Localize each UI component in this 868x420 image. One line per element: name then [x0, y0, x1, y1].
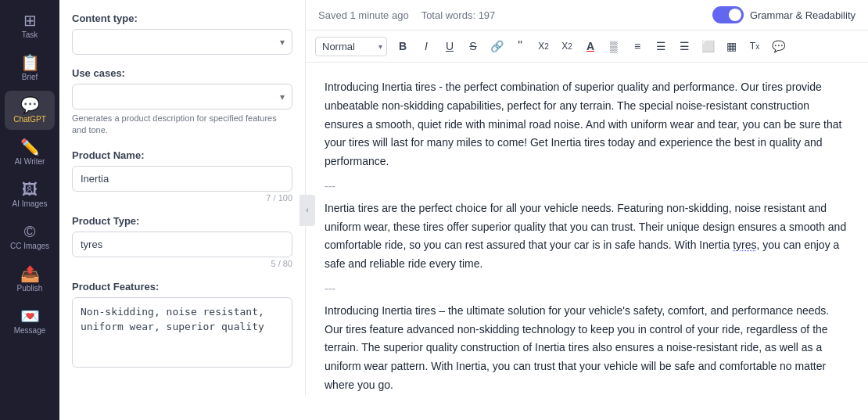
- collapse-handle[interactable]: ‹: [299, 195, 315, 226]
- product-name-label: Product Name:: [72, 149, 292, 161]
- unordered-list-button[interactable]: ☰: [650, 35, 672, 57]
- message-icon: 💌: [20, 308, 40, 324]
- config-wrapper: Content type: Copy Blog Post Social Medi…: [59, 0, 306, 420]
- use-case-helper: Generates a product description for spec…: [72, 113, 292, 137]
- nav-item-brief[interactable]: 📋Brief: [5, 48, 55, 88]
- nav-label-cc-images: CC Images: [10, 242, 49, 250]
- product-type-label: Product Type:: [72, 215, 292, 227]
- grammar-toggle-label: Grammar & Readability: [750, 9, 855, 21]
- strikethrough-button[interactable]: S: [462, 35, 484, 57]
- product-features-label: Product Features:: [72, 281, 292, 293]
- grammar-toggle[interactable]: [712, 6, 744, 23]
- product-name-input[interactable]: [72, 166, 292, 192]
- underline-button[interactable]: U: [439, 35, 461, 57]
- ai-images-icon: 🖼: [22, 181, 38, 197]
- config-panel: Content type: Copy Blog Post Social Medi…: [59, 0, 306, 396]
- nav-label-brief: Brief: [22, 73, 38, 81]
- highlight-button[interactable]: ▒: [603, 35, 625, 57]
- subscript-button[interactable]: X2: [533, 35, 554, 57]
- nav-sidebar: ⊞Task📋Brief💬ChatGPT✏️AI Writer🖼AI Images…: [0, 0, 59, 420]
- ai-writer-icon: ✏️: [20, 139, 40, 155]
- nav-label-ai-images: AI Images: [12, 199, 47, 208]
- nav-label-task: Task: [22, 31, 38, 39]
- nav-item-ai-images[interactable]: 🖼AI Images: [5, 175, 55, 214]
- nav-label-chatgpt: ChatGPT: [13, 115, 46, 124]
- editor-area: Saved 1 minute ago Total words: 197 Gram…: [306, 0, 868, 420]
- clear-format-button[interactable]: Tx: [744, 35, 766, 57]
- use-case-select[interactable]: Product Description Landing Page Ad Copy…: [72, 84, 292, 109]
- superscript-button[interactable]: X2: [556, 35, 578, 57]
- content-type-select[interactable]: Copy Blog Post Social Media Email: [72, 29, 292, 55]
- publish-icon: 📤: [20, 266, 40, 282]
- product-name-counter: 7 / 100: [72, 193, 292, 203]
- paragraph-2: Inertia tires are the perfect choice for…: [325, 199, 849, 274]
- product-name-section: Product Name: 7 / 100: [72, 149, 292, 203]
- use-case-select-wrap: Product Description Landing Page Ad Copy…: [72, 84, 292, 109]
- use-cases-section: Use cases: Product Description Landing P…: [72, 67, 292, 137]
- content-type-section: Content type: Copy Blog Post Social Medi…: [72, 13, 292, 55]
- align-button[interactable]: ☰: [673, 35, 695, 57]
- cc-images-icon: ©️: [24, 224, 36, 239]
- text-color-button[interactable]: A: [579, 35, 601, 57]
- task-icon: ⊞: [23, 13, 37, 28]
- nav-label-ai-writer: AI Writer: [15, 157, 45, 166]
- format-select[interactable]: Normal Heading 1 Heading 2 Heading 3: [315, 37, 387, 56]
- product-type-counter: 5 / 80: [72, 259, 292, 268]
- comment-button[interactable]: 💬: [767, 35, 789, 57]
- brief-icon: 📋: [20, 55, 40, 70]
- nav-item-ai-writer[interactable]: ✏️AI Writer: [5, 133, 55, 172]
- use-cases-label: Use cases:: [72, 67, 292, 79]
- product-features-section: Product Features: Non-skidding, noise re…: [72, 281, 292, 371]
- quote-button[interactable]: ": [509, 35, 531, 57]
- paragraph-1: Introducing Inertia tires - the perfect …: [325, 78, 849, 171]
- nav-item-task[interactable]: ⊞Task: [5, 6, 55, 45]
- product-type-input[interactable]: [72, 232, 292, 257]
- editor-topbar: Saved 1 minute ago Total words: 197 Gram…: [306, 0, 868, 31]
- nav-item-chatgpt[interactable]: 💬ChatGPT: [5, 91, 55, 130]
- image-button[interactable]: ⬜: [697, 35, 719, 57]
- bold-button[interactable]: B: [392, 35, 414, 57]
- content-type-label: Content type:: [72, 13, 292, 24]
- editor-content[interactable]: Introducing Inertia tires - the perfect …: [306, 63, 868, 420]
- grammar-toggle-wrap: Grammar & Readability: [712, 6, 855, 23]
- separator-1: ---: [325, 178, 849, 196]
- ordered-list-button[interactable]: ≡: [626, 35, 648, 57]
- saved-text: Saved 1 minute ago: [318, 9, 409, 21]
- content-type-select-wrap: Copy Blog Post Social Media Email: [72, 29, 292, 55]
- nav-item-publish[interactable]: 📤Publish: [5, 260, 55, 299]
- link-button[interactable]: 🔗: [486, 35, 508, 57]
- nav-label-message: Message: [14, 326, 46, 335]
- toolbar: Normal Heading 1 Heading 2 Heading 3 B I…: [306, 31, 868, 63]
- product-features-textarea[interactable]: Non-skidding, noise resistant, uniform w…: [72, 297, 292, 368]
- italic-button[interactable]: I: [415, 35, 437, 57]
- nav-item-cc-images[interactable]: ©️CC Images: [5, 217, 55, 257]
- table-button[interactable]: ▦: [720, 35, 742, 57]
- format-select-wrap: Normal Heading 1 Heading 2 Heading 3: [315, 37, 387, 56]
- word-count-display: Total words: 197: [421, 9, 496, 21]
- nav-item-message[interactable]: 💌Message: [5, 302, 55, 341]
- product-type-section: Product Type: 5 / 80: [72, 215, 292, 268]
- separator-2: ---: [325, 280, 849, 299]
- chatgpt-icon: 💬: [20, 97, 40, 113]
- paragraph-3: Introducing Inertia tires – the ultimate…: [325, 302, 849, 395]
- nav-label-publish: Publish: [17, 284, 43, 293]
